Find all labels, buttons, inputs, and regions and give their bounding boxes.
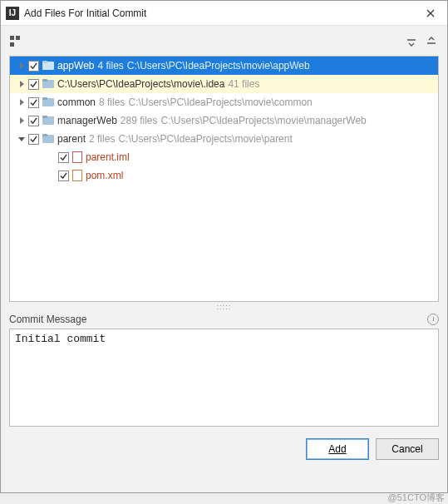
file-count: 289 files [121,115,158,126]
group-by-icon [10,36,14,40]
item-path: C:\Users\PC\IdeaProjects\movie\parent [118,133,292,145]
expand-all-button[interactable] [404,34,419,49]
item-name: parent [57,133,86,145]
dialog-add-files-initial-commit: IJ Add Files For Initial Commit appWeb4 … [0,0,448,493]
splitter-gripper[interactable]: ::::: [1,304,447,310]
close-button[interactable] [419,2,442,25]
file-iml-icon [72,151,82,163]
file-count: 2 files [89,133,115,145]
add-button[interactable]: Add [306,438,369,460]
tree-folder-row[interactable]: C:\Users\PC\IdeaProjects\movie\.idea41 f… [10,75,438,93]
expand-arrow-icon[interactable] [17,134,27,144]
checkbox[interactable] [28,97,39,108]
tree-folder-row[interactable]: parent2 filesC:\Users\PC\IdeaProjects\mo… [10,130,438,148]
tree-folder-row[interactable]: appWeb4 filesC:\Users\PC\IdeaProjects\mo… [10,57,438,75]
item-name: pom.xml [86,170,123,181]
expand-arrow-icon[interactable] [17,97,27,107]
checkbox[interactable] [28,79,39,90]
commit-message-section: Commit Message [9,312,439,430]
toolbar [9,31,439,52]
file-count: 8 files [99,96,125,108]
tree-file-row[interactable]: pom.xml [10,166,438,185]
item-name: C:\Users\PC\IdeaProjects\movie\.idea [57,78,224,90]
folder-icon [42,134,54,144]
dialog-title: Add Files For Initial Commit [24,7,419,19]
expand-arrow-icon[interactable] [17,61,27,71]
tree-folder-row[interactable]: common8 filesC:\Users\PC\IdeaProjects\mo… [10,93,438,111]
item-name: appWeb [57,60,94,72]
checkbox[interactable] [58,170,69,181]
commit-message-label: Commit Message [9,314,86,325]
group-by-button[interactable] [9,35,22,48]
folder-icon [42,79,54,89]
collapse-all-button[interactable] [424,34,439,49]
folder-icon [42,61,54,71]
checkbox[interactable] [28,116,39,126]
expand-arrow-icon[interactable] [17,79,27,89]
file-tree[interactable]: appWeb4 filesC:\Users\PC\IdeaProjects\mo… [9,56,439,302]
cancel-button[interactable]: Cancel [376,438,439,460]
commit-message-input[interactable] [9,329,439,427]
file-count: 4 files [97,60,123,72]
titlebar: IJ Add Files For Initial Commit [1,1,447,26]
app-icon: IJ [6,7,19,20]
button-bar: Add Cancel [1,430,447,467]
folder-icon [42,97,54,107]
watermark-text: @51CTO博客 [388,492,445,504]
item-name: managerWeb [57,115,117,126]
expand-arrow-icon[interactable] [17,116,27,126]
collapse-all-icon [426,36,437,47]
item-path: C:\Users\PC\IdeaProjects\movie\managerWe… [161,115,367,126]
item-name: parent.iml [86,151,130,163]
item-path: C:\Users\PC\IdeaProjects\movie\common [128,96,312,108]
file-count: 41 files [228,78,259,90]
expand-all-icon [406,36,417,47]
item-name: common [57,96,96,108]
checkbox[interactable] [28,61,39,72]
checkbox[interactable] [28,134,39,145]
checkbox[interactable] [58,152,69,163]
tree-folder-row[interactable]: managerWeb289 filesC:\Users\PC\IdeaProje… [10,111,438,130]
tree-file-row[interactable]: parent.iml [10,148,438,166]
folder-icon [42,116,54,126]
close-icon [426,9,435,17]
history-icon[interactable] [427,314,439,325]
item-path: C:\Users\PC\IdeaProjects\movie\appWeb [127,60,310,72]
file-xml-icon [72,170,82,181]
